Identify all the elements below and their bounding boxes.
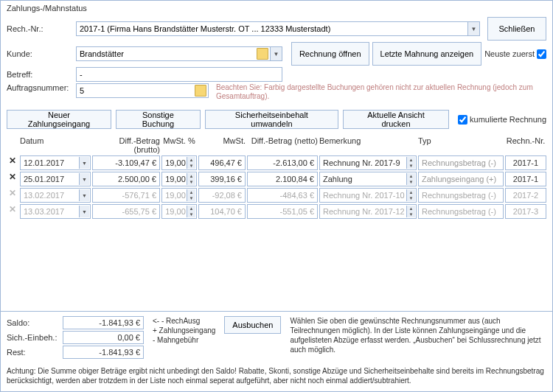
spinner-icon[interactable]: ▲▼	[187, 157, 195, 169]
col-net-header: Diff.-Betrag (netto)	[247, 136, 318, 154]
kunde-input[interactable]	[77, 47, 257, 60]
saldo-label: Saldo:	[7, 318, 58, 327]
info-text: Wählen Sie oben die gewünschte Rechnungs…	[290, 316, 546, 359]
type-cell: Rechnungsbetrag (-)	[418, 204, 504, 219]
other-booking-button[interactable]: Sonstige Buchung	[116, 110, 201, 129]
gross-cell[interactable]: -3.109,47 €	[92, 155, 160, 170]
type-cell: Rechnungsbetrag (-)	[418, 155, 504, 170]
dropdown-icon[interactable]: ▼	[79, 173, 89, 185]
table-row: ✕13.03.2017▼-655,75 €19,00▲▼104,70 €-551…	[7, 204, 546, 219]
kunde-combo[interactable]: ▼	[76, 46, 282, 61]
dropdown-icon[interactable]: ▼	[270, 47, 282, 60]
col-type-header: Typ	[418, 136, 504, 154]
auftrag-input[interactable]	[77, 84, 195, 97]
spinner-icon[interactable]: ▲▼	[406, 189, 415, 201]
vat-cell: 104,70 €	[198, 204, 246, 219]
window-title: Zahlungs-/Mahnstatus	[1, 1, 552, 15]
betreff-label: Betreff:	[7, 70, 73, 79]
auftrag-combo[interactable]	[76, 83, 209, 98]
legend: <- - RechAusg + Zahlungseingang - Mahnge…	[153, 316, 215, 359]
vat-pct-cell[interactable]: 19,00▲▼	[161, 155, 197, 170]
delete-row-button[interactable]: ✕	[7, 155, 18, 170]
spinner-icon[interactable]: ▲▼	[187, 189, 195, 201]
auftrag-label: Auftragsnummer:	[7, 83, 73, 92]
show-last-dunning-button[interactable]: Letzte Mahnung anzeigen	[372, 42, 482, 66]
newest-first-checkbox[interactable]	[537, 49, 546, 59]
vat-pct-cell[interactable]: 19,00▲▼	[161, 204, 197, 219]
vat-pct-cell[interactable]: 19,00▲▼	[161, 172, 197, 186]
newest-first-label: Neuste zuerst	[484, 49, 535, 58]
inv-cell: 2017-2	[505, 188, 546, 203]
remark-cell[interactable]: Zahlung▲▼	[319, 172, 417, 186]
dropdown-icon[interactable]: ▼	[79, 157, 89, 169]
type-cell: Rechnungsbetrag (-)	[418, 188, 504, 203]
rest-value: -1.841,93 €	[63, 346, 144, 359]
gross-cell[interactable]: 2.500,00 €	[92, 172, 160, 186]
type-cell: Zahlungseingang (+)	[418, 172, 504, 186]
delete-row-button[interactable]: ✕	[7, 172, 18, 186]
dropdown-icon[interactable]: ▼	[79, 206, 89, 217]
remark-cell[interactable]: Rechnung Nr. 2017-12▲▼	[319, 204, 417, 219]
spinner-icon[interactable]: ▲▼	[406, 206, 415, 217]
open-invoice-button[interactable]: Rechnung öffnen	[291, 42, 369, 66]
net-cell: -2.613,00 €	[247, 155, 318, 170]
spinner-icon[interactable]: ▲▼	[406, 173, 415, 185]
vat-pct-cell[interactable]: 19,00▲▼	[161, 188, 197, 203]
inv-cell: 2017-3	[505, 204, 546, 219]
spinner-icon[interactable]: ▲▼	[187, 173, 195, 185]
folder-icon[interactable]	[257, 48, 268, 60]
delete-row-button: ✕	[7, 204, 18, 219]
spinner-icon[interactable]: ▲▼	[187, 206, 195, 217]
col-gross-header: Diff.-Betrag (brutto)	[92, 136, 160, 154]
convert-retention-button[interactable]: Sicherheitseinbehalt umwandeln	[205, 110, 338, 129]
remark-cell[interactable]: Rechnung Nr. 2017-9▲▼	[319, 155, 417, 170]
gross-cell[interactable]: -576,71 €	[92, 188, 160, 203]
rechnr-input[interactable]	[77, 22, 467, 35]
date-cell[interactable]: 12.01.2017▼	[20, 155, 91, 170]
sich-value: 0,00 €	[63, 331, 144, 344]
date-cell[interactable]: 13.03.2017▼	[20, 204, 91, 219]
saldo-value: -1.841,93 €	[63, 316, 144, 329]
vat-cell: 496,47 €	[198, 155, 246, 170]
new-payment-button[interactable]: Neuer Zahlungseingang	[7, 110, 111, 129]
inv-cell: 2017-1	[505, 155, 546, 170]
col-inv-header: Rechn.-Nr.	[505, 136, 546, 154]
dropdown-icon[interactable]: ▼	[467, 22, 479, 35]
date-cell[interactable]: 25.01.2017▼	[20, 172, 91, 186]
inv-cell: 2017-1	[505, 172, 546, 186]
vat-cell: -92,08 €	[198, 188, 246, 203]
betreff-input[interactable]	[76, 67, 282, 82]
net-cell: -484,63 €	[247, 188, 318, 203]
col-vat-header: MwSt.	[198, 136, 246, 154]
table-row: ✕25.01.2017▼2.500,00 €19,00▲▼399,16 €2.1…	[7, 172, 546, 186]
net-cell: -551,05 €	[247, 204, 318, 219]
table-row: ✕12.01.2017▼-3.109,47 €19,00▲▼496,47 €-2…	[7, 155, 546, 170]
spinner-icon[interactable]: ▲▼	[406, 157, 415, 169]
rechnr-combo[interactable]: ▼	[76, 21, 480, 36]
close-button[interactable]: Schließen	[487, 17, 546, 41]
net-cell: 2.100,84 €	[247, 172, 318, 186]
warning-text: Achtung: Die Summe obiger Beträge ergibt…	[1, 363, 552, 391]
remark-cell[interactable]: Rechnung Nr. 2017-10▲▼	[319, 188, 417, 203]
dropdown-icon[interactable]: ▼	[79, 189, 89, 201]
rest-label: Rest:	[7, 348, 58, 357]
print-view-button[interactable]: Aktuelle Ansicht drucken	[343, 110, 449, 129]
col-vatpct-header: MwSt. %	[161, 136, 197, 154]
vat-cell: 399,16 €	[198, 172, 246, 186]
delete-row-button: ✕	[7, 188, 18, 203]
gross-cell[interactable]: -655,75 €	[92, 204, 160, 219]
sich-label: Sich.-Einbeh.:	[7, 333, 58, 342]
hint-text: Beachten Sie: Farbig dargestellte Buchun…	[216, 83, 546, 101]
ausbuchen-button[interactable]: Ausbuchen	[224, 316, 281, 334]
rechnr-label: Rech.-Nr.:	[7, 24, 73, 33]
date-cell[interactable]: 13.02.2017▼	[20, 188, 91, 203]
col-remark-header: Bemerkung	[319, 136, 417, 154]
cumulative-checkbox[interactable]	[458, 115, 467, 125]
kunde-label: Kunde:	[7, 49, 73, 58]
cumulative-label: kumulierte Rechnung	[470, 115, 546, 124]
col-date-header: Datum	[20, 136, 91, 154]
table-row: ✕13.02.2017▼-576,71 €19,00▲▼-92,08 €-484…	[7, 188, 546, 203]
folder-icon[interactable]	[195, 85, 206, 97]
